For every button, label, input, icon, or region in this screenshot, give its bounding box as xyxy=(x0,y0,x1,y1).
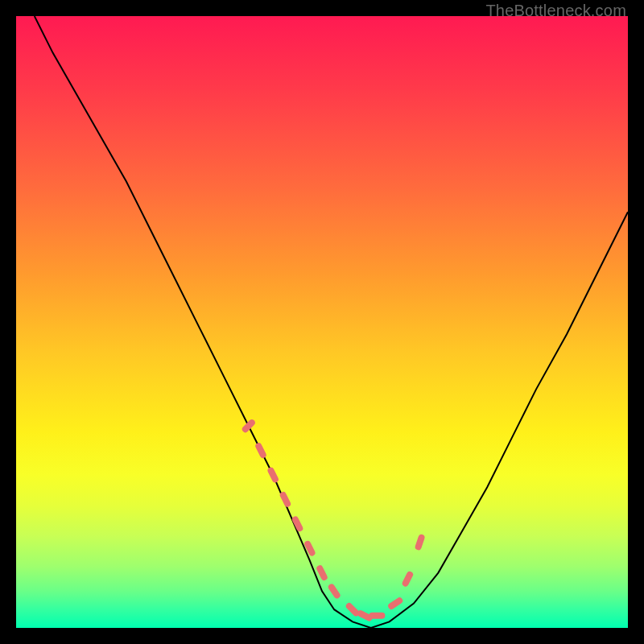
highlight-dot xyxy=(361,613,369,617)
plot-area xyxy=(16,16,628,628)
highlight-dot xyxy=(295,519,299,528)
highlight-dot xyxy=(246,423,252,429)
highlight-dots xyxy=(246,423,422,617)
highlight-dot xyxy=(258,446,262,455)
highlight-dot xyxy=(419,538,422,547)
highlight-dot xyxy=(271,471,275,480)
highlight-dot xyxy=(308,544,312,553)
highlight-dot xyxy=(349,606,356,613)
chart-container: TheBottleneck.com xyxy=(0,0,644,644)
highlight-dot xyxy=(320,568,324,577)
highlight-dot xyxy=(332,587,337,595)
highlight-dot xyxy=(391,601,399,606)
v-curve-line xyxy=(35,16,628,628)
curve-svg xyxy=(16,16,628,628)
highlight-dot xyxy=(283,495,287,504)
highlight-dot xyxy=(406,575,410,584)
